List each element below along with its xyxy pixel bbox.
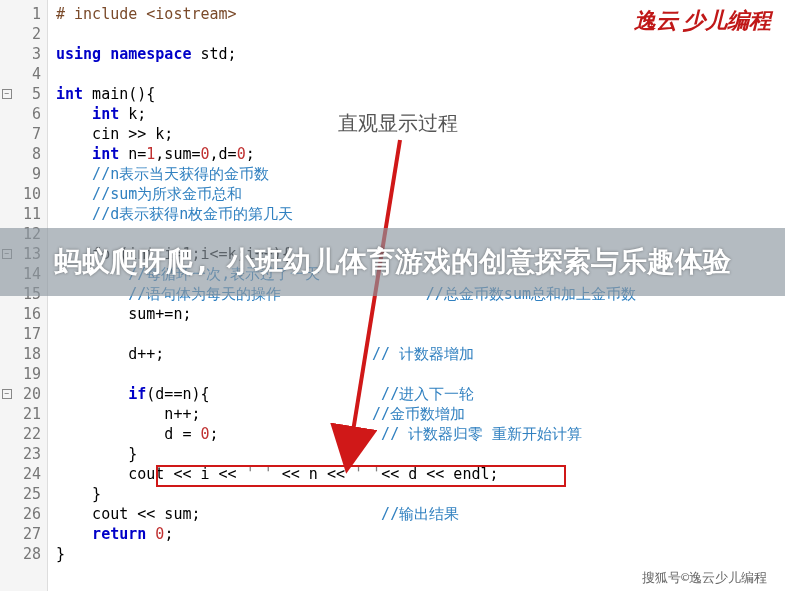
gutter-line: 6 — [0, 104, 47, 124]
gutter-line: 10 — [0, 184, 47, 204]
gutter-line: 19 — [0, 364, 47, 384]
overlay-title: 蚂蚁爬呀爬, 小班幼儿体育游戏的创意探索与乐趣体验 — [54, 245, 732, 279]
line-number: 5 — [14, 85, 47, 103]
line-number: 27 — [14, 525, 47, 543]
code-line: } — [56, 544, 785, 564]
gutter-line: 1 — [0, 4, 47, 24]
code-line: using namespace std; — [56, 44, 785, 64]
line-number: 4 — [14, 65, 47, 83]
gutter-line: 4 — [0, 64, 47, 84]
gutter-line: −5 — [0, 84, 47, 104]
gutter-line: 7 — [0, 124, 47, 144]
line-number: 28 — [14, 545, 47, 563]
gutter-line: 21 — [0, 404, 47, 424]
code-line — [56, 64, 785, 84]
fold-toggle-icon[interactable]: − — [2, 389, 12, 399]
line-number: 23 — [14, 445, 47, 463]
line-number: 20 — [14, 385, 47, 403]
line-number: 26 — [14, 505, 47, 523]
code-line — [56, 364, 785, 384]
line-number: 18 — [14, 345, 47, 363]
line-number: 9 — [14, 165, 47, 183]
code-line: //n表示当天获得的金币数 — [56, 164, 785, 184]
line-number: 16 — [14, 305, 47, 323]
line-number: 6 — [14, 105, 47, 123]
gutter-line: 16 — [0, 304, 47, 324]
line-number: 19 — [14, 365, 47, 383]
annotation-label: 直观显示过程 — [338, 110, 458, 137]
gutter-line: 28 — [0, 544, 47, 564]
gutter-line: 22 — [0, 424, 47, 444]
gutter-line: −20 — [0, 384, 47, 404]
line-number: 3 — [14, 45, 47, 63]
code-line: int n=1,sum=0,d=0; — [56, 144, 785, 164]
brand-logo: 逸云 少儿编程 — [634, 6, 772, 36]
gutter-line: 3 — [0, 44, 47, 64]
gutter-line: 24 — [0, 464, 47, 484]
gutter-line: 2 — [0, 24, 47, 44]
gutter-line: 23 — [0, 444, 47, 464]
code-line: return 0; — [56, 524, 785, 544]
code-line: cout << sum; //输出结果 — [56, 504, 785, 524]
line-number: 11 — [14, 205, 47, 223]
code-line: d++; // 计数器增加 — [56, 344, 785, 364]
footer-credit: 搜狐号©逸云少儿编程 — [642, 569, 767, 587]
line-number: 22 — [14, 425, 47, 443]
line-number: 2 — [14, 25, 47, 43]
code-line: sum+=n; — [56, 304, 785, 324]
code-line: n++; //金币数增加 — [56, 404, 785, 424]
gutter-line: 18 — [0, 344, 47, 364]
gutter-line: 27 — [0, 524, 47, 544]
title-overlay: 蚂蚁爬呀爬, 小班幼儿体育游戏的创意探索与乐趣体验 — [0, 228, 785, 296]
gutter-line: 17 — [0, 324, 47, 344]
line-number: 21 — [14, 405, 47, 423]
gutter-line: 11 — [0, 204, 47, 224]
line-number: 8 — [14, 145, 47, 163]
code-line: } — [56, 484, 785, 504]
code-line: //d表示获得n枚金币的第几天 — [56, 204, 785, 224]
line-number: 10 — [14, 185, 47, 203]
gutter-line: 26 — [0, 504, 47, 524]
highlight-box — [156, 465, 566, 487]
code-line: int main(){ — [56, 84, 785, 104]
code-line — [56, 324, 785, 344]
line-number: 1 — [14, 5, 47, 23]
code-line: //sum为所求金币总和 — [56, 184, 785, 204]
code-line: } — [56, 444, 785, 464]
line-number: 17 — [14, 325, 47, 343]
line-number: 24 — [14, 465, 47, 483]
code-line: if(d==n){ //进入下一轮 — [56, 384, 785, 404]
gutter-line: 25 — [0, 484, 47, 504]
line-number: 7 — [14, 125, 47, 143]
code-line: d = 0; // 计数器归零 重新开始计算 — [56, 424, 785, 444]
gutter-line: 9 — [0, 164, 47, 184]
fold-toggle-icon[interactable]: − — [2, 89, 12, 99]
gutter-line: 8 — [0, 144, 47, 164]
line-number: 25 — [14, 485, 47, 503]
